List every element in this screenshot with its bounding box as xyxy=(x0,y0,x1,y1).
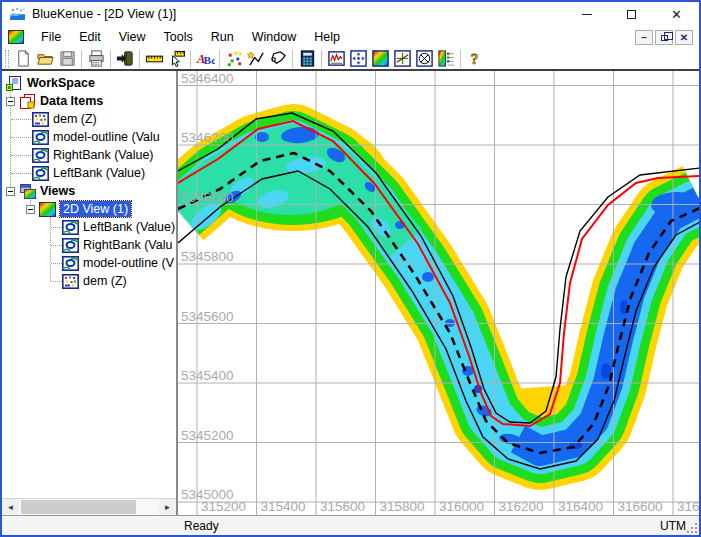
draw-polyline-icon[interactable] xyxy=(245,49,267,69)
menu-view[interactable]: View xyxy=(110,28,155,46)
views-icon xyxy=(19,184,36,199)
time-series-plot-icon[interactable] xyxy=(325,49,347,69)
svg-text:5345200: 5345200 xyxy=(181,428,234,443)
svg-text:316600: 316600 xyxy=(618,499,663,514)
workspace-panel: WorkSpace Data Items xyxy=(2,71,178,515)
menu-run[interactable]: Run xyxy=(202,28,243,46)
svg-text:5345000: 5345000 xyxy=(181,487,234,502)
toolbar-drag-handle[interactable] xyxy=(5,50,9,68)
draw-polygon-icon[interactable] xyxy=(267,49,289,69)
svg-text:Bc: Bc xyxy=(203,54,214,66)
svg-text:316000: 316000 xyxy=(439,499,484,514)
print-icon[interactable] xyxy=(85,49,107,69)
svg-text:5346200: 5346200 xyxy=(181,130,234,145)
lineset-icon xyxy=(32,148,49,163)
tree-item-model-outline[interactable]: model-outline (Valu xyxy=(2,128,176,146)
mdi-document-icon[interactable] xyxy=(8,30,24,44)
minimize-button[interactable] xyxy=(564,2,609,26)
status-projection: UTM xyxy=(660,519,686,533)
spider-plot-icon[interactable] xyxy=(413,49,435,69)
svg-text:316400: 316400 xyxy=(558,499,603,514)
mdi-restore-button[interactable] xyxy=(655,30,673,45)
workspace-icon xyxy=(6,76,23,91)
help-icon[interactable]: ? xyxy=(464,49,486,69)
pan-compass-icon[interactable] xyxy=(347,49,369,69)
tree-horizontal-scrollbar[interactable]: ◄ ► xyxy=(2,498,176,515)
status-bar: Ready UTM xyxy=(2,515,699,535)
menu-window[interactable]: Window xyxy=(243,28,305,46)
svg-text:315800: 315800 xyxy=(380,499,425,514)
scrollbar-thumb[interactable] xyxy=(21,500,136,514)
tree-item-2d-view[interactable]: 2D View (1) xyxy=(2,200,176,218)
tree-item-rightbank[interactable]: RightBank (Value) xyxy=(2,146,176,164)
menu-help[interactable]: Help xyxy=(305,28,349,46)
scroll-left-arrow[interactable]: ◄ xyxy=(2,499,19,515)
workspace-tree: WorkSpace Data Items xyxy=(2,71,176,498)
svg-text:5346400: 5346400 xyxy=(181,71,234,86)
collapse-expander[interactable] xyxy=(26,205,35,214)
lineset-icon xyxy=(32,166,49,181)
svg-text:315600: 315600 xyxy=(320,499,365,514)
new-document-icon[interactable] xyxy=(12,49,34,69)
svg-text:316800: 316800 xyxy=(677,499,699,514)
dem-icon xyxy=(32,112,49,127)
2d-view-icon[interactable] xyxy=(369,49,391,69)
tree-item-view-rightbank[interactable]: RightBank (Valu xyxy=(2,236,176,254)
svg-text:?: ? xyxy=(470,50,478,67)
import-book-icon[interactable] xyxy=(114,49,136,69)
tree-item-views[interactable]: Views xyxy=(2,182,176,200)
svg-text:316200: 316200 xyxy=(499,499,544,514)
svg-text:5345400: 5345400 xyxy=(181,368,234,383)
add-text-icon[interactable]: A Bc xyxy=(194,49,216,69)
dem-icon xyxy=(62,274,79,289)
lineset-icon xyxy=(62,220,79,235)
lineset-icon xyxy=(62,238,79,253)
toolbar: A Bc xyxy=(2,48,699,71)
app-icon xyxy=(9,7,26,22)
scrollbar-track[interactable] xyxy=(19,499,159,515)
select-probe-icon[interactable] xyxy=(165,49,187,69)
collapse-expander[interactable] xyxy=(6,187,15,196)
close-button[interactable]: ✕ xyxy=(654,2,699,26)
2d-view-canvas[interactable]: 3152003154003156003158003160003162003164… xyxy=(178,71,699,515)
svg-text:5345800: 5345800 xyxy=(181,249,234,264)
tree-item-dem[interactable]: dem (Z) xyxy=(2,110,176,128)
tree-item-view-leftbank[interactable]: LeftBank (Value) xyxy=(2,218,176,236)
measure-ruler-icon[interactable] xyxy=(143,49,165,69)
menu-bar: File Edit View Tools Run Window Help – ✕ xyxy=(2,26,699,48)
svg-text:5345600: 5345600 xyxy=(181,309,234,324)
scatter-points-icon[interactable] xyxy=(223,49,245,69)
menu-file[interactable]: File xyxy=(32,28,70,46)
title-bar: BlueKenue - [2D View (1)] ✕ xyxy=(2,2,699,26)
svg-text:5346000: 5346000 xyxy=(181,190,234,205)
tree-item-view-dem[interactable]: dem (Z) xyxy=(2,272,176,290)
tree-item-workspace[interactable]: WorkSpace xyxy=(2,74,176,92)
mdi-minimize-button[interactable]: – xyxy=(635,30,653,45)
tree-item-view-model-outline[interactable]: model-outline (V xyxy=(2,254,176,272)
save-icon[interactable] xyxy=(56,49,78,69)
xy-plot-icon[interactable] xyxy=(391,49,413,69)
window-title: BlueKenue - [2D View (1)] xyxy=(32,7,564,21)
resize-grip[interactable] xyxy=(687,523,697,533)
status-message: Ready xyxy=(2,519,219,533)
view2d-icon xyxy=(39,202,56,217)
maximize-button[interactable] xyxy=(609,2,654,26)
open-file-icon[interactable] xyxy=(34,49,56,69)
menu-tools[interactable]: Tools xyxy=(155,28,202,46)
collapse-expander[interactable] xyxy=(6,97,15,106)
display-properties-icon[interactable] xyxy=(435,49,457,69)
lineset-icon xyxy=(32,130,49,145)
svg-text:315400: 315400 xyxy=(261,499,306,514)
bluekenue-window: BlueKenue - [2D View (1)] ✕ File Edit Vi… xyxy=(0,0,701,537)
data-items-icon xyxy=(19,94,36,109)
mdi-close-button[interactable]: ✕ xyxy=(675,30,693,45)
calculator-icon[interactable] xyxy=(296,49,318,69)
tree-item-data-items[interactable]: Data Items xyxy=(2,92,176,110)
tree-item-leftbank[interactable]: LeftBank (Value) xyxy=(2,164,176,182)
scroll-right-arrow[interactable]: ► xyxy=(159,499,176,515)
menu-edit[interactable]: Edit xyxy=(70,28,110,46)
lineset-icon xyxy=(62,256,79,271)
